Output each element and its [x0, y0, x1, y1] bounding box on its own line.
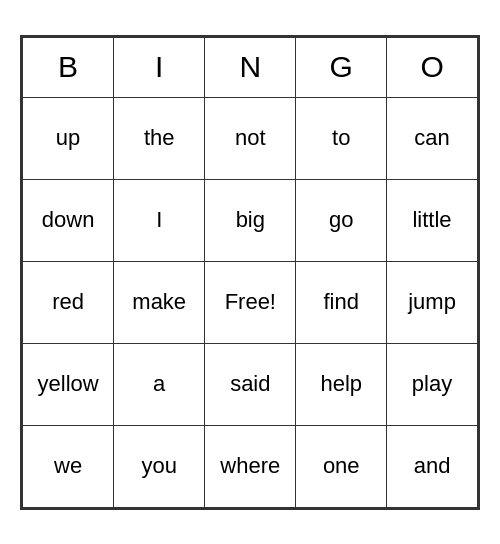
cell-r3-c2: said: [205, 343, 296, 425]
header-o: O: [387, 37, 478, 97]
header-i: I: [114, 37, 205, 97]
cell-r4-c0: we: [23, 425, 114, 507]
cell-r0-c4: can: [387, 97, 478, 179]
cell-r0-c3: to: [296, 97, 387, 179]
header-b: B: [23, 37, 114, 97]
cell-r0-c1: the: [114, 97, 205, 179]
bingo-card: B I N G O upthenottocandownIbiggolittler…: [20, 35, 480, 510]
cell-r0-c2: not: [205, 97, 296, 179]
cell-r3-c1: a: [114, 343, 205, 425]
header-g: G: [296, 37, 387, 97]
cell-r4-c2: where: [205, 425, 296, 507]
table-row: upthenottocan: [23, 97, 478, 179]
cell-r2-c0: red: [23, 261, 114, 343]
table-row: downIbiggolittle: [23, 179, 478, 261]
cell-r1-c1: I: [114, 179, 205, 261]
cell-r4-c1: you: [114, 425, 205, 507]
cell-r3-c3: help: [296, 343, 387, 425]
cell-r3-c0: yellow: [23, 343, 114, 425]
cell-r4-c4: and: [387, 425, 478, 507]
cell-r2-c1: make: [114, 261, 205, 343]
cell-r4-c3: one: [296, 425, 387, 507]
cell-r1-c2: big: [205, 179, 296, 261]
cell-r3-c4: play: [387, 343, 478, 425]
cell-r2-c3: find: [296, 261, 387, 343]
cell-r0-c0: up: [23, 97, 114, 179]
table-row: yellowasaidhelpplay: [23, 343, 478, 425]
cell-r1-c0: down: [23, 179, 114, 261]
cell-r1-c4: little: [387, 179, 478, 261]
cell-r2-c4: jump: [387, 261, 478, 343]
cell-r2-c2: Free!: [205, 261, 296, 343]
cell-r1-c3: go: [296, 179, 387, 261]
bingo-header-row: B I N G O: [23, 37, 478, 97]
table-row: weyouwhereoneand: [23, 425, 478, 507]
header-n: N: [205, 37, 296, 97]
table-row: redmakeFree!findjump: [23, 261, 478, 343]
